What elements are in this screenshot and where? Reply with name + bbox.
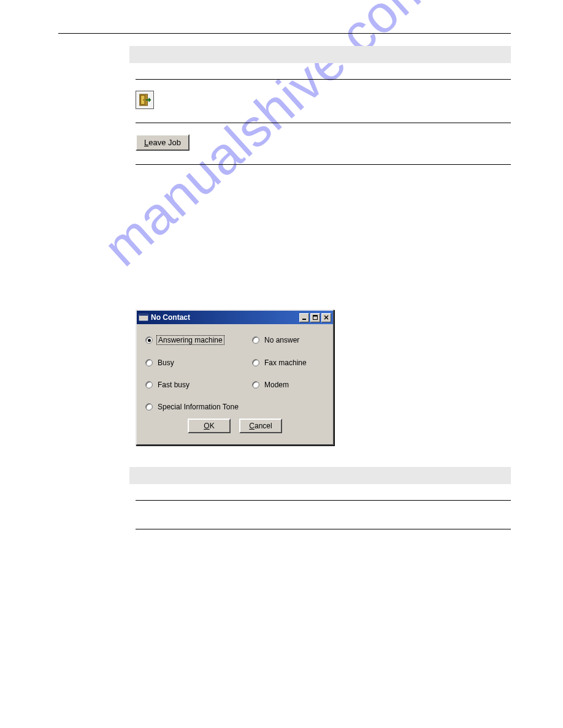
ok-button[interactable]: OK [188, 419, 231, 433]
radio-label: Special Information Tone [156, 403, 240, 411]
divider-rule-5 [136, 529, 511, 529]
leave-job-button[interactable]: Leave Job [136, 134, 190, 151]
maximize-button[interactable] [310, 313, 320, 322]
minimize-button[interactable] [299, 313, 309, 322]
radio-label: Busy [156, 358, 175, 367]
no-contact-dialog: No Contact Answering machineNo answerBus… [136, 309, 334, 446]
radio-indicator [145, 336, 153, 344]
radio-option[interactable]: Fax machine [252, 358, 324, 367]
top-horizontal-rule [58, 33, 511, 34]
radio-indicator [252, 336, 259, 344]
divider-rule-1 [136, 79, 511, 80]
dialog-app-icon [139, 313, 148, 322]
radio-label: Fax machine [263, 358, 308, 367]
dialog-titlebar: No Contact [137, 311, 333, 324]
radio-label: Modem [263, 381, 290, 389]
radio-indicator [145, 381, 153, 389]
dialog-title: No Contact [151, 313, 298, 322]
cancel-button[interactable]: Cancel [239, 419, 282, 433]
radio-label: No answer [263, 336, 301, 344]
svg-rect-5 [302, 319, 306, 320]
radio-indicator [145, 403, 153, 411]
section-heading-band-1 [129, 46, 511, 63]
radio-option[interactable]: Fast busy [145, 381, 250, 389]
radio-option[interactable]: Special Information Tone [145, 403, 324, 411]
close-button[interactable] [321, 313, 331, 322]
ok-button-underline: O [204, 422, 209, 430]
leave-job-button-rest: eave Job [148, 138, 181, 147]
radio-indicator [252, 359, 259, 366]
section-heading-band-2 [129, 467, 511, 484]
divider-rule-3 [136, 164, 511, 165]
radio-label: Fast busy [156, 381, 191, 389]
svg-rect-7 [313, 316, 318, 317]
radio-option[interactable]: Answering machine [145, 335, 250, 345]
radio-option[interactable]: No answer [252, 335, 324, 345]
radio-label: Answering machine [156, 335, 224, 345]
svg-rect-4 [139, 314, 148, 316]
cancel-button-rest: ancel [255, 422, 272, 430]
leave-job-icon [136, 91, 154, 109]
divider-rule-4 [136, 500, 511, 501]
radio-indicator [145, 359, 153, 366]
radio-option[interactable]: Modem [252, 381, 324, 389]
radio-indicator [252, 381, 259, 389]
cancel-button-underline: C [249, 422, 255, 430]
divider-rule-2 [136, 123, 511, 123]
ok-button-rest: K [210, 422, 215, 430]
svg-point-2 [143, 99, 144, 100]
radio-option[interactable]: Busy [145, 358, 250, 367]
